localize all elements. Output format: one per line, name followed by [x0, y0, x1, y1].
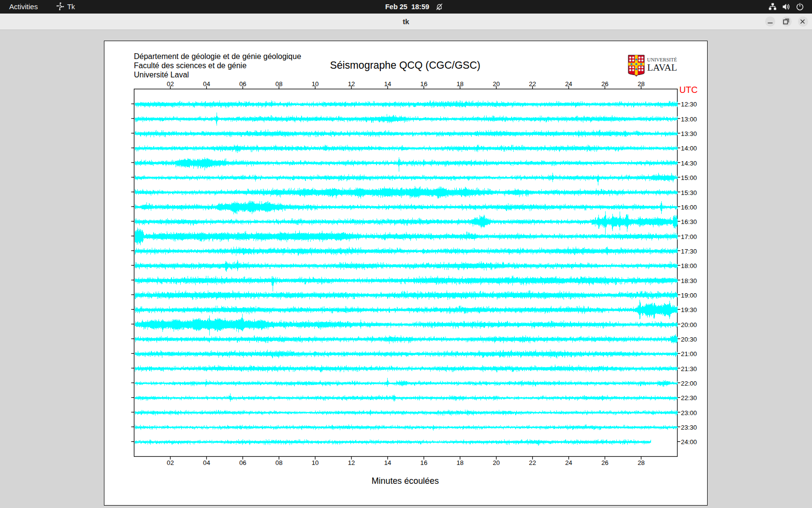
svg-text:20: 20 [493, 459, 500, 466]
svg-text:16: 16 [420, 459, 428, 466]
svg-text:24:00: 24:00 [681, 438, 697, 446]
svg-text:10: 10 [312, 459, 319, 466]
svg-text:20:00: 20:00 [681, 321, 697, 329]
svg-text:Faculté des sciences et de gén: Faculté des sciences et de génie [134, 61, 246, 70]
svg-text:16: 16 [420, 80, 428, 88]
svg-text:14: 14 [384, 459, 392, 466]
svg-text:16:00: 16:00 [681, 204, 697, 211]
svg-text:15:30: 15:30 [681, 189, 697, 196]
svg-text:17:30: 17:30 [681, 248, 697, 255]
svg-text:18:00: 18:00 [681, 262, 697, 269]
svg-text:13:00: 13:00 [681, 116, 697, 123]
svg-text:08: 08 [276, 459, 283, 466]
svg-text:UTC: UTC [679, 85, 697, 95]
svg-text:06: 06 [239, 80, 246, 88]
svg-text:22: 22 [529, 80, 536, 88]
svg-text:26: 26 [601, 80, 609, 88]
svg-text:02: 02 [167, 80, 174, 88]
svg-text:17:00: 17:00 [681, 233, 697, 240]
svg-text:20: 20 [493, 80, 500, 88]
svg-text:10: 10 [312, 80, 319, 88]
svg-text:26: 26 [601, 459, 609, 466]
svg-text:20:30: 20:30 [681, 336, 697, 343]
svg-text:22:30: 22:30 [681, 394, 697, 402]
svg-text:24: 24 [565, 80, 572, 88]
svg-text:14:00: 14:00 [681, 145, 697, 152]
svg-text:22: 22 [529, 459, 536, 466]
svg-text:12:30: 12:30 [681, 101, 697, 108]
svg-text:Séismographe QCQ (CGC/GSC): Séismographe QCQ (CGC/GSC) [330, 60, 480, 71]
svg-text:14:30: 14:30 [681, 160, 697, 167]
svg-text:21:30: 21:30 [681, 365, 697, 373]
svg-text:04: 04 [203, 459, 210, 466]
svg-text:19:00: 19:00 [681, 292, 697, 299]
svg-text:18: 18 [456, 80, 464, 88]
svg-text:14: 14 [384, 80, 392, 88]
svg-text:28: 28 [638, 80, 645, 88]
svg-text:Département de géologie et de: Département de géologie et de génie géol… [134, 52, 301, 60]
svg-text:Université Laval: Université Laval [134, 71, 189, 79]
svg-text:13:30: 13:30 [681, 130, 697, 137]
svg-text:28: 28 [638, 459, 645, 466]
svg-text:04: 04 [203, 80, 210, 88]
svg-text:12: 12 [348, 459, 355, 466]
svg-text:18:30: 18:30 [681, 277, 697, 284]
svg-text:24: 24 [565, 459, 572, 466]
svg-text:19:30: 19:30 [681, 306, 697, 314]
svg-text:Minutes écoulées: Minutes écoulées [372, 476, 439, 486]
svg-text:23:00: 23:00 [681, 409, 697, 417]
svg-text:18: 18 [456, 459, 464, 466]
svg-text:08: 08 [276, 80, 283, 88]
svg-text:15:00: 15:00 [681, 174, 697, 181]
svg-text:LAVAL: LAVAL [647, 62, 677, 73]
svg-text:21:00: 21:00 [681, 350, 697, 358]
svg-text:23:30: 23:30 [681, 424, 697, 431]
svg-text:12: 12 [348, 80, 355, 88]
svg-text:22:00: 22:00 [681, 380, 697, 387]
svg-text:06: 06 [239, 459, 246, 466]
svg-text:16:30: 16:30 [681, 218, 697, 225]
svg-text:02: 02 [167, 459, 174, 466]
